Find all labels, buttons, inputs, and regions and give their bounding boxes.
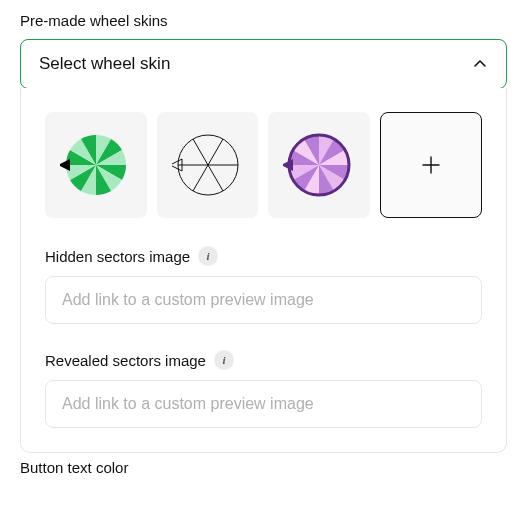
skin-tile-add[interactable] — [380, 112, 482, 218]
hidden-sectors-label-row: Hidden sectors image i — [45, 246, 482, 266]
skin-tile-purple[interactable] — [268, 112, 370, 218]
svg-line-5 — [193, 139, 208, 165]
svg-line-6 — [208, 139, 223, 165]
skin-tile-outline[interactable] — [157, 112, 259, 218]
button-text-color-label: Button text color — [20, 459, 507, 476]
info-icon[interactable]: i — [198, 246, 218, 266]
hidden-sectors-input[interactable] — [45, 276, 482, 324]
revealed-sectors-label-row: Revealed sectors image i — [45, 350, 482, 370]
green-wheel-icon — [60, 129, 132, 201]
svg-line-3 — [193, 165, 208, 191]
svg-line-2 — [208, 165, 223, 191]
chevron-up-icon — [472, 56, 488, 72]
info-icon[interactable]: i — [214, 350, 234, 370]
skin-tile-green[interactable] — [45, 112, 147, 218]
skin-panel: Hidden sectors image i Revealed sectors … — [20, 88, 507, 453]
hidden-sectors-label: Hidden sectors image — [45, 248, 190, 265]
plus-icon — [421, 155, 441, 175]
skins-row — [45, 112, 482, 218]
revealed-sectors-input[interactable] — [45, 380, 482, 428]
purple-wheel-icon — [283, 129, 355, 201]
wheel-skin-select[interactable]: Select wheel skin — [20, 39, 507, 89]
premade-skins-label: Pre-made wheel skins — [20, 12, 507, 29]
revealed-sectors-label: Revealed sectors image — [45, 352, 206, 369]
outline-wheel-icon — [172, 129, 244, 201]
wheel-skin-select-label: Select wheel skin — [39, 54, 170, 74]
